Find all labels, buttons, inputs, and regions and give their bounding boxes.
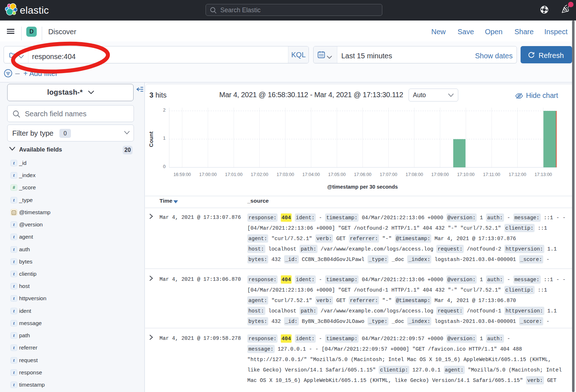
svg-text:17:05:00: 17:05:00	[328, 172, 346, 177]
svg-text:17:07:00: 17:07:00	[380, 172, 397, 177]
svg-text:17:12:00: 17:12:00	[509, 172, 526, 177]
svg-text:17:01:00: 17:01:00	[225, 172, 243, 177]
svg-text:17:11:00: 17:11:00	[483, 172, 500, 177]
svg-text:17:10:00: 17:10:00	[457, 172, 475, 177]
svg-text:1: 1	[163, 135, 166, 141]
svg-text:17:03:00: 17:03:00	[276, 172, 294, 177]
svg-text:16:59:00: 16:59:00	[174, 172, 191, 177]
svg-text:17:09:00: 17:09:00	[431, 172, 449, 177]
svg-text:17:00:00: 17:00:00	[199, 172, 217, 177]
svg-text:17:04:00: 17:04:00	[302, 172, 320, 177]
svg-text:17:06:00: 17:06:00	[354, 172, 372, 177]
svg-text:17:13:00: 17:13:00	[535, 172, 552, 177]
svg-text:2: 2	[163, 107, 166, 113]
svg-text:17:08:00: 17:08:00	[405, 172, 423, 177]
svg-text:0: 0	[163, 164, 166, 169]
svg-text:17:02:00: 17:02:00	[251, 172, 269, 177]
svg-text:Count: Count	[148, 131, 154, 147]
